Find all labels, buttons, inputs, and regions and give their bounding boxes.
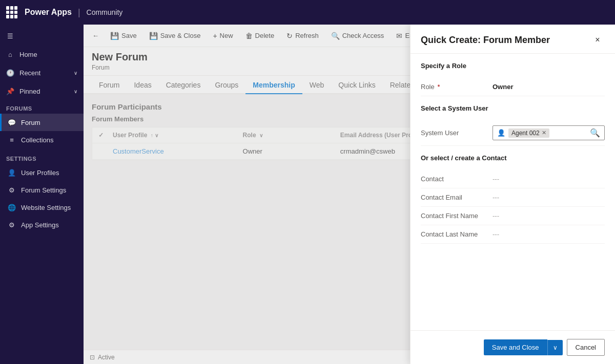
contact-last-name-field-row: Contact Last Name --- bbox=[421, 225, 605, 244]
sidebar: ☰ ⌂ Home 🕐 Recent ∨ 📌 Pinned ∨ Forums 💬 … bbox=[0, 25, 84, 364]
save-and-close-button[interactable]: Save and Close bbox=[484, 339, 547, 355]
contact-email-value: --- bbox=[493, 194, 499, 201]
power-apps-label: Power Apps bbox=[25, 8, 72, 17]
contact-last-name-label: Contact Last Name bbox=[421, 230, 493, 238]
contact-email-field-row: Contact Email --- bbox=[421, 188, 605, 207]
contact-email-label: Contact Email bbox=[421, 194, 493, 201]
role-field-row: Role * Owner bbox=[421, 78, 605, 96]
system-user-field-row: System User 👤 Agent 002 ✕ 🔍 bbox=[421, 120, 605, 146]
content-area: ← 💾 Save 💾 Save & Close + New 🗑 Delete ↻… bbox=[84, 25, 615, 364]
pinned-expand-icon: ∨ bbox=[74, 89, 77, 94]
sidebar-item-user-profiles[interactable]: 👤 User Profiles bbox=[0, 164, 84, 181]
save-close-btn-label: Save and Close bbox=[492, 344, 539, 351]
sidebar-item-website-settings[interactable]: 🌐 Website Settings bbox=[0, 199, 84, 216]
forums-section-label: Forums bbox=[0, 100, 84, 114]
sidebar-item-forum-settings[interactable]: ⚙ Forum Settings bbox=[0, 181, 84, 199]
forum-icon: 💬 bbox=[8, 118, 16, 126]
specify-role-section: Specify a Role bbox=[421, 62, 605, 72]
sidebar-item-collections[interactable]: ≡ Collections bbox=[0, 131, 84, 148]
save-dropdown-button[interactable]: ∨ bbox=[547, 340, 563, 355]
recent-icon: 🕐 bbox=[6, 69, 14, 77]
website-settings-label: Website Settings bbox=[21, 204, 71, 211]
or-select-section: Or select / create a Contact bbox=[421, 154, 605, 164]
panel-close-button[interactable]: × bbox=[590, 33, 605, 47]
panel-title: Quick Create: Forum Member bbox=[421, 35, 550, 46]
nav-divider: | bbox=[78, 7, 80, 18]
sidebar-item-app-settings[interactable]: ⚙ App Settings bbox=[0, 216, 84, 233]
sidebar-item-forum[interactable]: 💬 Forum bbox=[0, 114, 84, 131]
panel-footer: Save and Close ∨ Cancel bbox=[411, 330, 615, 364]
pin-icon: 📌 bbox=[6, 87, 14, 95]
contact-first-name-field-row: Contact First Name --- bbox=[421, 207, 605, 225]
sidebar-item-pinned[interactable]: 📌 Pinned ∨ bbox=[0, 82, 84, 100]
role-value: Owner bbox=[493, 83, 605, 91]
system-user-label: System User bbox=[421, 129, 493, 137]
select-system-user-section: Select a System User bbox=[421, 104, 605, 114]
user-tag-value: Agent 002 bbox=[511, 130, 540, 137]
contact-value: --- bbox=[493, 175, 499, 183]
menu-icon: ☰ bbox=[6, 32, 14, 40]
module-label: Community bbox=[87, 8, 123, 16]
home-label: Home bbox=[19, 51, 37, 58]
app-settings-label: App Settings bbox=[21, 221, 59, 229]
forum-settings-icon: ⚙ bbox=[8, 186, 16, 194]
sidebar-item-home[interactable]: ⌂ Home bbox=[0, 45, 84, 63]
settings-section-label: Settings bbox=[0, 148, 84, 164]
user-profiles-label: User Profiles bbox=[21, 169, 59, 177]
top-navigation: Power Apps | Community bbox=[0, 0, 615, 25]
panel-body: Specify a Role Role * Owner Select a Sys… bbox=[411, 54, 615, 330]
forum-label: Forum bbox=[21, 119, 40, 126]
app-name: Power Apps bbox=[25, 8, 72, 17]
contact-first-name-value: --- bbox=[493, 212, 499, 220]
system-user-search-button[interactable]: 🔍 bbox=[590, 128, 600, 138]
sidebar-item-recent[interactable]: 🕐 Recent ∨ bbox=[0, 63, 84, 82]
cancel-btn-label: Cancel bbox=[576, 344, 596, 351]
user-tag: Agent 002 ✕ bbox=[508, 129, 549, 138]
user-search-icon: 👤 bbox=[497, 129, 505, 137]
system-user-input[interactable]: 👤 Agent 002 ✕ 🔍 bbox=[493, 125, 605, 140]
contact-first-name-label: Contact First Name bbox=[421, 212, 493, 220]
contact-field-row: Contact --- bbox=[421, 170, 605, 188]
close-icon: × bbox=[595, 35, 600, 45]
recent-expand-icon: ∨ bbox=[74, 70, 77, 76]
sidebar-item-menu[interactable]: ☰ bbox=[0, 27, 84, 45]
pinned-label: Pinned bbox=[19, 88, 40, 95]
contact-last-name-value: --- bbox=[493, 230, 499, 238]
user-tag-remove-button[interactable]: ✕ bbox=[542, 130, 546, 136]
panel-header: Quick Create: Forum Member × bbox=[411, 25, 615, 54]
waffle-icon[interactable] bbox=[6, 6, 18, 18]
role-label: Role * bbox=[421, 83, 493, 91]
home-icon: ⌂ bbox=[6, 50, 14, 58]
recent-label: Recent bbox=[19, 69, 40, 77]
app-settings-icon: ⚙ bbox=[8, 221, 16, 229]
website-settings-icon: 🌐 bbox=[8, 203, 16, 211]
forum-settings-label: Forum Settings bbox=[21, 186, 66, 194]
user-profiles-icon: 👤 bbox=[8, 168, 16, 177]
collections-label: Collections bbox=[21, 136, 54, 144]
role-required-indicator: * bbox=[437, 83, 440, 91]
quick-create-panel: Quick Create: Forum Member × Specify a R… bbox=[410, 25, 615, 364]
dropdown-chevron-icon: ∨ bbox=[553, 344, 558, 351]
cancel-button[interactable]: Cancel bbox=[567, 339, 605, 356]
role-label-text: Role bbox=[421, 83, 435, 91]
collections-icon: ≡ bbox=[8, 136, 16, 144]
contact-label: Contact bbox=[421, 175, 493, 183]
